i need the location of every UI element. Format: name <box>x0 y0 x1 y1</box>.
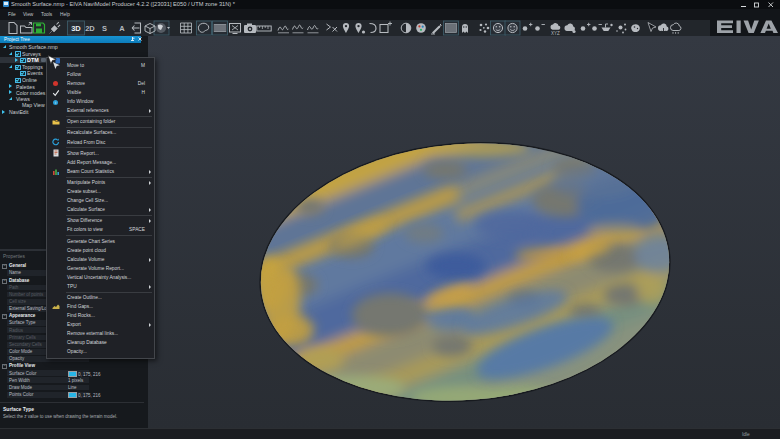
svg-text:2D: 2D <box>85 24 95 33</box>
svg-text:XYZ: XYZ <box>551 31 560 36</box>
svg-text:S: S <box>102 24 107 33</box>
svg-text:A: A <box>119 24 125 33</box>
svg-text:3D: 3D <box>71 24 81 33</box>
